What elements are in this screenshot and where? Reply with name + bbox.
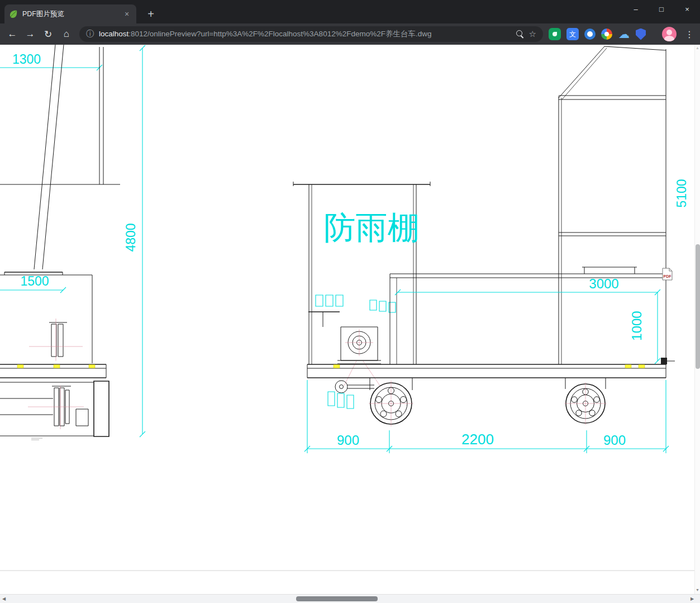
forward-icon[interactable]: →: [22, 26, 38, 42]
reload-icon[interactable]: ↻: [40, 26, 56, 42]
scroll-right-icon[interactable]: ▶: [691, 596, 694, 601]
shelter-label: 防雨棚: [324, 210, 420, 245]
highlight-mark: [17, 365, 23, 368]
dim-label-1300: 1300: [12, 52, 41, 67]
middle-view: 防雨棚: [293, 182, 669, 453]
back-icon[interactable]: ←: [4, 26, 20, 42]
left-view: 1300 4800 1500: [0, 45, 145, 440]
url-host: localhost: [99, 30, 128, 38]
dim-label-5100: 5100: [674, 179, 689, 207]
close-button[interactable]: ×: [674, 0, 700, 18]
scroll-left-icon[interactable]: ◀: [2, 596, 6, 601]
browser-tab[interactable]: PDF图片预览 ×: [4, 4, 136, 23]
bookmark-star-icon[interactable]: ☆: [529, 29, 536, 39]
pdf-badge-label: PDF: [664, 274, 672, 278]
scroll-down-icon[interactable]: ▼: [695, 588, 700, 592]
dim-label-900-left: 900: [337, 433, 359, 448]
dim-label-4800: 4800: [123, 223, 138, 251]
dim-label-900-right: 900: [603, 433, 626, 448]
address-bar[interactable]: ⓘ localhost:8012/onlinePreview?url=http%…: [79, 26, 543, 42]
cad-drawing: 1300 4800 1500: [0, 45, 694, 594]
highlight-mark: [639, 365, 645, 368]
vertical-scrollbar-thumb[interactable]: [696, 244, 700, 369]
highlight-mark: [54, 365, 60, 368]
new-tab-button[interactable]: +: [143, 6, 159, 22]
browser-toolbar: ← → ↻ ⌂ ⓘ localhost:8012/onlinePreview?u…: [0, 23, 700, 45]
right-view: 5100 3000 1000: [390, 46, 689, 364]
profile-avatar[interactable]: [662, 27, 677, 41]
browser-menu-icon[interactable]: ⋮: [682, 26, 697, 42]
url-path: :8012/onlinePreview?url=http%3A%2F%2Floc…: [128, 30, 431, 38]
dim-label-1500: 1500: [20, 274, 49, 288]
window-titlebar: PDF图片预览 × + – □ ×: [0, 0, 700, 23]
extension-shield-icon[interactable]: [636, 29, 646, 40]
dim-label-3000: 3000: [589, 276, 618, 291]
highlight-mark: [625, 365, 631, 368]
dim-label-2200: 2200: [461, 431, 494, 448]
tab-close-icon[interactable]: ×: [122, 9, 132, 19]
tab-title: PDF图片预览: [22, 10, 122, 19]
url-text: localhost:8012/onlinePreview?url=http%3A…: [99, 29, 512, 39]
highlight-mark: [334, 365, 340, 368]
extension-green-icon[interactable]: [549, 28, 561, 40]
dim-label-1000: 1000: [629, 311, 644, 340]
maximize-button[interactable]: □: [649, 0, 674, 18]
horizontal-scrollbar-thumb[interactable]: [296, 596, 378, 601]
pdf-float-icon[interactable]: PDF: [663, 268, 672, 280]
extension-blue-ring-icon[interactable]: [584, 29, 596, 40]
scroll-up-icon[interactable]: ▲: [695, 46, 700, 50]
vertical-scrollbar[interactable]: ▲ ▼: [694, 45, 700, 594]
spring-leaf-favicon: [9, 10, 18, 18]
extensions-row: 文 ☁: [549, 28, 646, 40]
home-icon[interactable]: ⌂: [59, 26, 74, 42]
preview-canvas: 1300 4800 1500: [0, 45, 694, 594]
page-info-icon[interactable]: ⓘ: [86, 29, 94, 39]
minimize-button[interactable]: –: [623, 0, 649, 18]
highlight-mark: [89, 365, 95, 368]
extension-translate-icon[interactable]: 文: [566, 28, 579, 40]
extension-colorful-icon[interactable]: [601, 29, 612, 40]
extension-cloud-icon[interactable]: ☁: [618, 28, 630, 40]
zoom-icon[interactable]: [516, 30, 522, 36]
horizontal-scrollbar[interactable]: ◀ ▶: [0, 594, 700, 603]
window-controls: – □ ×: [623, 0, 700, 18]
